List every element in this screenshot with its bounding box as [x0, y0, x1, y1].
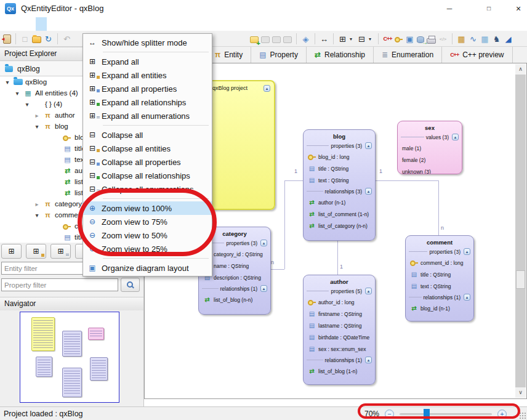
collapse-section-button[interactable] [464, 248, 470, 255]
tab[interactable]: π Entity [207, 47, 251, 63]
enum-value-row[interactable]: female (2) [398, 154, 462, 166]
entity-property-row[interactable]: blog_id : long [304, 151, 375, 163]
scrollbar-thumb[interactable] [516, 270, 525, 289]
chevron-right-icon[interactable]: ▸ [33, 112, 41, 119]
menu-bar-item[interactable] [58, 17, 69, 31]
key-settings-icon[interactable] [395, 36, 403, 42]
entity-relationship-row[interactable]: ⇄blog_id (n-1) [406, 302, 473, 314]
tab[interactable]: ⇄ Relationship [307, 47, 374, 63]
menu-item[interactable]: ⊞ Expand all [83, 55, 212, 68]
menu-item[interactable]: ⊞ Expand all relationships [83, 95, 212, 109]
navigator-thumbnail[interactable] [20, 312, 119, 403]
chevron-down-icon[interactable]: ▾ [33, 123, 41, 130]
cpp-preview-icon[interactable]: C++ [383, 36, 392, 42]
entity-relationship-row[interactable]: ⇄list_of_comment (1-n) [304, 208, 375, 220]
collapse-section-button[interactable] [260, 240, 267, 246]
tab[interactable]: ▤ Property [251, 47, 307, 63]
menu-bar-item[interactable] [47, 17, 58, 31]
db-postgresql-icon[interactable]: ♞ [492, 34, 501, 44]
collapse-section-button[interactable] [365, 357, 372, 363]
menu-bar-item[interactable] [2, 17, 14, 31]
entity-author[interactable]: author properties (5) author_id : long▤f… [303, 275, 376, 385]
open-project-icon[interactable] [32, 36, 41, 43]
splitter-mode-icon[interactable]: ↔ [320, 34, 329, 44]
entity-property-row[interactable]: ▤birthdate : QDateTime [304, 331, 375, 343]
collapse-section-button[interactable] [365, 188, 372, 195]
entity-property-row[interactable]: author_id : long [304, 296, 375, 308]
collapse-dropdown-icon[interactable]: ▾ [369, 36, 374, 42]
db-oracle-icon[interactable]: ▦ [457, 34, 466, 44]
menu-item[interactable]: ▣ Organize diagram layout [83, 261, 212, 275]
chevron-down-icon[interactable]: ▾ [14, 90, 21, 97]
chevron-right-icon[interactable]: ▸ [33, 201, 41, 208]
menu-bar-item[interactable] [36, 17, 47, 31]
entity-property-row[interactable]: ▤sex : sex::enum_sex [304, 343, 375, 355]
menu-item[interactable] [83, 123, 212, 128]
chevron-down-icon[interactable]: ▾ [23, 101, 31, 108]
tab[interactable]: ≣ Enumeration [374, 47, 442, 63]
entity-blog[interactable]: blog properties (3) blog_id : long▤title… [303, 129, 376, 241]
db-mysql-icon[interactable]: ∿ [469, 34, 478, 44]
tree-toolbar-button[interactable]: ⊞ [26, 244, 46, 259]
collapse-note-button[interactable] [264, 85, 270, 92]
resize-grip[interactable] [519, 412, 526, 419]
menu-item[interactable]: ⊟ Collapse all entities [83, 142, 212, 155]
exit-icon[interactable] [3, 34, 11, 44]
entity-property-row[interactable]: comment_id : long [406, 257, 473, 269]
entity-property-row[interactable]: ▤text : QString [406, 280, 473, 292]
entity-relationship-row[interactable]: ⇄list_of_blog (1-n) [304, 365, 375, 377]
scroll-down-icon[interactable]: ∨ [515, 387, 526, 398]
network-icon[interactable]: ▣ [405, 34, 414, 44]
entity-property-row[interactable]: ▤title : QString [304, 163, 375, 174]
entity-relationship-row[interactable]: ⇄list_of_category (n-n) [304, 220, 375, 232]
code-export-icon[interactable]: </> [438, 36, 448, 42]
menu-item[interactable]: ⊞ Expand all properties [83, 82, 212, 95]
vertical-scrollbar[interactable]: ∧ ∨ [515, 64, 526, 398]
database-export-icon[interactable] [417, 36, 424, 43]
menu-item[interactable]: ⊟ Collapse all [83, 128, 212, 142]
menu-item[interactable] [83, 256, 212, 261]
entity-property-row[interactable]: ▤lastname : QString [304, 320, 375, 331]
refresh-icon[interactable]: ↻ [44, 34, 53, 44]
undo-icon[interactable]: ↶ [62, 34, 71, 44]
menu-item[interactable]: ⊞ Expand all enumerations [83, 109, 212, 123]
tab[interactable]: C++ C++ preview [442, 47, 512, 63]
enum-value-row[interactable]: male (1) [398, 142, 462, 154]
tag-icon[interactable]: ◈ [301, 34, 310, 44]
collapse-all-icon[interactable]: ⊟ [357, 34, 366, 44]
menu-bar-item[interactable] [69, 17, 80, 31]
menu-item[interactable] [83, 49, 212, 55]
entity-property-row[interactable]: ▤firstname : QString [304, 308, 375, 320]
close-button[interactable]: × [509, 0, 527, 17]
enum-value-row[interactable]: unknown (3) [398, 166, 462, 174]
menu-bar-item[interactable] [14, 17, 25, 31]
chevron-down-icon[interactable]: ▾ [33, 212, 41, 219]
add-entity-icon[interactable] [250, 36, 259, 43]
entity-relationship-row[interactable]: ⇄list_of_blog (n-n) [199, 294, 270, 305]
entity-relationship-row[interactable]: ⇄author (n-1) [304, 196, 375, 208]
db-sqlite-icon[interactable]: ▦ [480, 34, 489, 44]
print-icon[interactable] [427, 38, 436, 44]
new-project-icon[interactable]: □ [20, 34, 30, 44]
menu-item[interactable]: ⊟ Collapse all relationships [83, 169, 212, 182]
scroll-up-icon[interactable]: ∧ [515, 64, 526, 75]
collapse-section-button[interactable] [452, 134, 459, 140]
db-mssql-icon[interactable]: ◢ [504, 34, 513, 44]
enum-sex[interactable]: sex values (3) male (1)female (2)unknown… [397, 121, 462, 174]
edit-entity-icon[interactable] [261, 36, 270, 43]
tree-toolbar-button[interactable]: ⊞ [50, 244, 71, 259]
menu-item[interactable]: ⊟ Collapse all properties [83, 155, 212, 169]
chevron-down-icon[interactable]: ▾ [4, 79, 11, 86]
collapse-section-button[interactable] [464, 294, 470, 301]
search-button[interactable] [121, 278, 140, 292]
entity-property-row[interactable]: ▤text : QString [304, 174, 375, 186]
menu-bar-item[interactable] [25, 17, 36, 31]
app-logo-icon[interactable]: Qx [5, 3, 16, 14]
entity-comment[interactable]: comment properties (3) comment_id : long… [405, 235, 474, 321]
entity-property-row[interactable]: ▤title : QString [406, 269, 473, 280]
menu-item[interactable]: ⊞ Expand all entities [83, 68, 212, 82]
tree-toolbar-button[interactable]: ⊞ [1, 244, 22, 259]
collapse-section-button[interactable] [365, 288, 372, 294]
menu-item[interactable]: ↔ Show/hide splitter mode [83, 36, 212, 49]
property-filter-input[interactable] [1, 278, 118, 291]
